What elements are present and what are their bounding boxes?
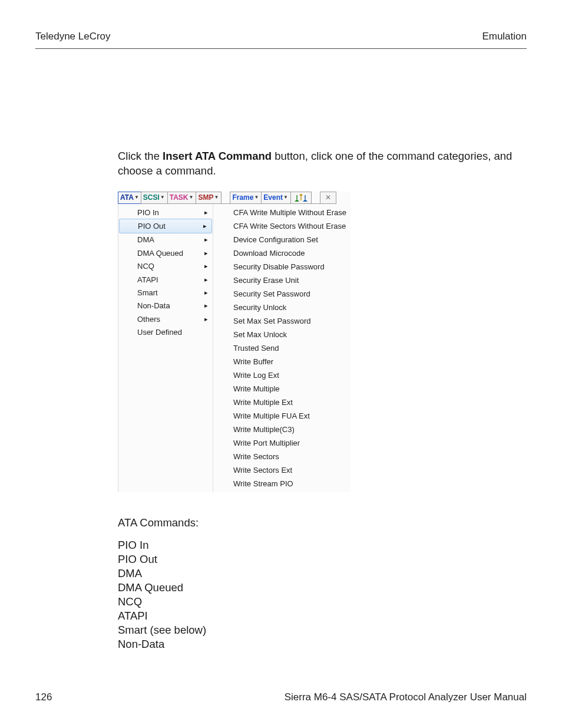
command-list-item: PIO In [118, 538, 527, 552]
after-heading: ATA Commands: [118, 516, 527, 530]
category-item[interactable]: ATAPI▸ [118, 273, 213, 286]
command-list-item: Smart (see below) [118, 623, 527, 637]
category-item[interactable]: NCQ▸ [118, 260, 213, 273]
command-list-item: DMA [118, 566, 527, 581]
submenu-item[interactable]: Set Max Set Password [213, 314, 351, 328]
category-item[interactable]: Others▸ [118, 312, 213, 325]
submenu-item[interactable]: Write Multiple(C3) [213, 423, 351, 436]
category-item[interactable]: PIO Out▸ [119, 219, 212, 233]
submenu-item[interactable]: Security Disable Password [213, 260, 351, 274]
svg-marker-4 [303, 199, 308, 202]
category-label: Others [137, 315, 160, 324]
category-label: User Defined [137, 328, 182, 337]
category-item[interactable]: Non-Data▸ [118, 299, 213, 312]
dropdown-icon: ▼ [283, 192, 288, 203]
command-list: PIO InPIO OutDMADMA QueuedNCQATAPISmart … [118, 538, 527, 651]
ata-button[interactable]: ATA▼ [118, 192, 141, 204]
screenshot-panel: ATA▼ SCSI▼ TASK▼ SMP▼ Frame▼ Event▼ ✕ [118, 192, 351, 492]
command-list-item: Non-Data [118, 637, 527, 651]
category-item[interactable]: DMA Queued▸ [118, 246, 213, 259]
submenu-arrow-icon: ▸ [204, 209, 208, 216]
close-icon: ✕ [325, 192, 331, 203]
intro-pre: Click the [118, 150, 163, 162]
smp-label: SMP [198, 192, 213, 203]
category-label: DMA Queued [137, 249, 183, 258]
submenu-item[interactable]: Write Port Multiplier [213, 436, 351, 450]
arrows-icon [295, 193, 308, 202]
event-label: Event [263, 192, 283, 203]
submenu-item[interactable]: Write Buffer [213, 355, 351, 368]
task-label: TASK [170, 192, 189, 203]
category-menu: PIO In▸PIO Out▸DMA▸DMA Queued▸NCQ▸ATAPI▸… [118, 204, 213, 492]
frame-label: Frame [232, 192, 253, 203]
menu-container: PIO In▸PIO Out▸DMA▸DMA Queued▸NCQ▸ATAPI▸… [118, 204, 351, 492]
submenu-item[interactable]: Write Sectors Ext [213, 463, 351, 477]
submenu-arrow-icon: ▸ [204, 249, 208, 257]
submenu-arrow-icon: ▸ [204, 289, 208, 297]
submenu-item[interactable]: Write Multiple Ext [213, 396, 351, 409]
page-header: Teledyne LeCroy Emulation [35, 31, 527, 49]
category-label: DMA [137, 235, 154, 244]
submenu-arrow-icon: ▸ [203, 222, 207, 230]
dropdown-icon: ▼ [189, 192, 194, 203]
footer-title: Sierra M6-4 SAS/SATA Protocol Analyzer U… [285, 691, 527, 703]
arrows-button[interactable] [290, 192, 312, 204]
submenu-arrow-icon: ▸ [204, 276, 208, 284]
ata-label: ATA [120, 192, 134, 203]
header-right: Emulation [482, 31, 527, 42]
header-left: Teledyne LeCroy [35, 31, 111, 42]
category-item[interactable]: PIO In▸ [118, 206, 213, 219]
submenu-item[interactable]: Security Erase Unit [213, 274, 351, 287]
page-footer: 126 Sierra M6-4 SAS/SATA Protocol Analyz… [35, 691, 527, 703]
submenu-item[interactable]: Write Multiple [213, 382, 351, 396]
category-label: Non-Data [137, 301, 170, 310]
frame-button[interactable]: Frame▼ [230, 192, 262, 204]
category-item[interactable]: Smart▸ [118, 286, 213, 299]
submenu-item[interactable]: CFA Write Multiple Without Erase [213, 206, 351, 219]
submenu-item[interactable]: Write Log Ext [213, 368, 351, 382]
submenu-item[interactable]: Set Max Unlock [213, 328, 351, 341]
scsi-label: SCSI [143, 192, 160, 203]
dropdown-icon: ▼ [214, 192, 219, 203]
task-button[interactable]: TASK▼ [167, 192, 197, 204]
after-section: ATA Commands: PIO InPIO OutDMADMA Queued… [118, 516, 527, 651]
svg-marker-2 [299, 193, 303, 196]
submenu: CFA Write Multiple Without EraseCFA Writ… [213, 204, 351, 492]
svg-marker-0 [295, 199, 299, 202]
toolbar: ATA▼ SCSI▼ TASK▼ SMP▼ Frame▼ Event▼ ✕ [118, 192, 351, 204]
submenu-arrow-icon: ▸ [204, 236, 208, 243]
event-button[interactable]: Event▼ [261, 192, 291, 204]
command-list-item: ATAPI [118, 609, 527, 623]
category-label: ATAPI [137, 275, 158, 284]
submenu-item[interactable]: Device Configuration Set [213, 233, 351, 246]
category-item[interactable]: User Defined [118, 325, 213, 338]
submenu-item[interactable]: Write Sectors [213, 450, 351, 463]
close-button[interactable]: ✕ [320, 192, 336, 204]
dropdown-icon: ▼ [254, 192, 259, 203]
category-label: Smart [137, 288, 158, 297]
submenu-item[interactable]: Security Unlock [213, 301, 351, 314]
command-list-item: NCQ [118, 595, 527, 609]
category-item[interactable]: DMA▸ [118, 233, 213, 246]
smp-button[interactable]: SMP▼ [196, 192, 222, 204]
page-number: 126 [35, 691, 52, 703]
category-label: NCQ [137, 262, 154, 271]
toolbar-gap [312, 192, 320, 204]
command-list-item: DMA Queued [118, 581, 527, 595]
submenu-item[interactable]: Write Stream PIO [213, 477, 351, 490]
submenu-item[interactable]: Trusted Send [213, 341, 351, 355]
category-label: PIO In [137, 208, 159, 217]
submenu-item[interactable]: Download Microcode [213, 246, 351, 260]
submenu-item[interactable]: Security Set Password [213, 287, 351, 301]
submenu-item[interactable]: Write Multiple FUA Ext [213, 409, 351, 423]
category-label: PIO Out [138, 222, 166, 230]
intro-bold: Insert ATA Command [163, 150, 272, 162]
submenu-arrow-icon: ▸ [204, 302, 208, 309]
toolbar-gap [222, 192, 230, 204]
scsi-button[interactable]: SCSI▼ [141, 192, 168, 204]
submenu-item[interactable]: CFA Write Sectors Without Erase [213, 219, 351, 233]
dropdown-icon: ▼ [160, 192, 165, 203]
intro-paragraph: Click the Insert ATA Command button, cli… [118, 149, 527, 179]
command-list-item: PIO Out [118, 552, 527, 566]
submenu-arrow-icon: ▸ [204, 315, 208, 323]
